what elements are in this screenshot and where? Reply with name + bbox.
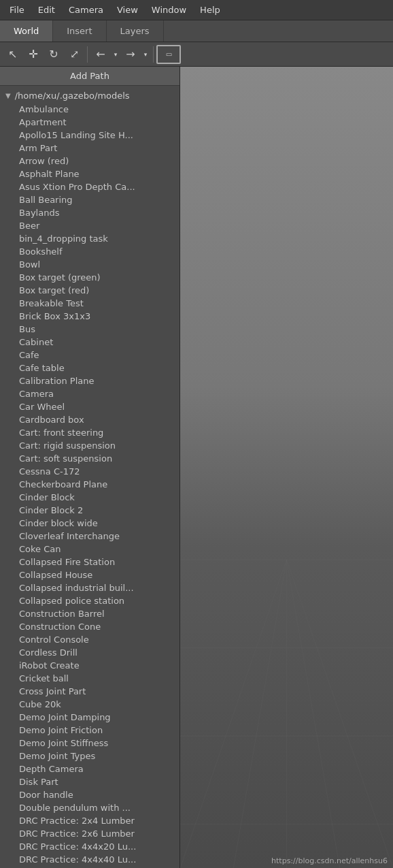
- list-item[interactable]: Breakable Test: [0, 297, 180, 310]
- menu-file[interactable]: File: [3, 2, 31, 18]
- list-item[interactable]: Apartment: [0, 116, 180, 129]
- list-item[interactable]: Brick Box 3x1x3: [0, 310, 180, 323]
- scale-button[interactable]: ⤢: [64, 45, 84, 64]
- svg-line-4: [180, 560, 287, 868]
- viewport[interactable]: https://blog.csdn.net/allenhsu6: [180, 67, 393, 868]
- list-item[interactable]: Collapsed industrial buil...: [0, 581, 180, 594]
- viewport-grid: [180, 428, 393, 868]
- tree-items-container: AmbulanceApartmentApollo15 Landing Site …: [0, 103, 180, 868]
- folder-arrow-icon: ▼: [5, 92, 11, 99]
- list-item[interactable]: Cafe table: [0, 361, 180, 374]
- list-item[interactable]: Double pendulum with ...: [0, 801, 180, 814]
- list-item[interactable]: Cessna C-172: [0, 465, 180, 478]
- list-item[interactable]: Cordless Drill: [0, 646, 180, 659]
- list-item[interactable]: bin_4_dropping task: [0, 232, 180, 245]
- list-item[interactable]: Control Console: [0, 633, 180, 646]
- cursor-button[interactable]: ↖: [3, 45, 23, 64]
- list-item[interactable]: Arm Part: [0, 142, 180, 155]
- list-item[interactable]: Collapsed House: [0, 568, 180, 581]
- main-layout: Add Path ▼ /home/xu/.gazebo/models Ambul…: [0, 67, 393, 868]
- list-item[interactable]: DRC Practice: 4x4x20 Lu...: [0, 840, 180, 853]
- list-item[interactable]: Cinder block wide: [0, 517, 180, 530]
- list-item[interactable]: Bus: [0, 323, 180, 336]
- list-item[interactable]: Collapsed police station: [0, 594, 180, 607]
- tab-world[interactable]: World: [0, 20, 53, 42]
- list-item[interactable]: Coke Can: [0, 543, 180, 556]
- tabbar: World Insert Layers: [0, 20, 393, 42]
- list-item[interactable]: Baylands: [0, 206, 180, 219]
- list-item[interactable]: Bowl: [0, 258, 180, 271]
- redo-dropdown[interactable]: ▾: [141, 45, 150, 64]
- list-item[interactable]: Cloverleaf Interchange: [0, 530, 180, 543]
- list-item[interactable]: Bookshelf: [0, 245, 180, 258]
- list-item[interactable]: DRC Practice: 2x6 Lumber: [0, 827, 180, 840]
- list-item[interactable]: Beer: [0, 219, 180, 232]
- list-item[interactable]: Car Wheel: [0, 400, 180, 413]
- menu-view[interactable]: View: [110, 2, 145, 18]
- tree-folder-root[interactable]: ▼ /home/xu/.gazebo/models: [0, 89, 180, 103]
- list-item[interactable]: Construction Barrel: [0, 607, 180, 620]
- translate-button[interactable]: ✛: [23, 45, 44, 64]
- list-item[interactable]: Cricket ball: [0, 672, 180, 685]
- status-bar: https://blog.csdn.net/allenhsu6: [271, 856, 388, 865]
- list-item[interactable]: Ball Bearing: [0, 193, 180, 206]
- list-item[interactable]: Cart: front steering: [0, 426, 180, 439]
- list-item[interactable]: Demo Joint Damping: [0, 711, 180, 724]
- tab-insert[interactable]: Insert: [53, 20, 106, 42]
- menubar: File Edit Camera View Window Help: [0, 0, 393, 20]
- menu-help[interactable]: Help: [193, 2, 227, 18]
- list-item[interactable]: Asphalt Plane: [0, 167, 180, 180]
- list-item[interactable]: Cinder Block 2: [0, 504, 180, 517]
- list-item[interactable]: Cart: soft suspension: [0, 452, 180, 465]
- toolbar-separator-1: [87, 46, 88, 63]
- fullscreen-button[interactable]: ▭: [156, 45, 181, 64]
- list-item[interactable]: DRC Practice: 4x4x40 Lu...: [0, 853, 180, 866]
- add-path-button[interactable]: Add Path: [0, 67, 180, 86]
- list-item[interactable]: Depth Camera: [0, 762, 180, 775]
- list-item[interactable]: Cross Joint Part: [0, 685, 180, 698]
- list-item[interactable]: Cabinet: [0, 336, 180, 349]
- list-item[interactable]: Demo Joint Types: [0, 750, 180, 762]
- list-item[interactable]: Cube 20k: [0, 698, 180, 711]
- model-tree[interactable]: ▼ /home/xu/.gazebo/models AmbulanceApart…: [0, 86, 180, 868]
- tab-layers[interactable]: Layers: [107, 20, 164, 42]
- redo-button[interactable]: →: [120, 45, 141, 64]
- list-item[interactable]: Box target (green): [0, 271, 180, 284]
- list-item[interactable]: DRC Practice: 2x4 Lumber: [0, 814, 180, 827]
- list-item[interactable]: Demo Joint Stiffness: [0, 737, 180, 750]
- list-item[interactable]: iRobot Create: [0, 659, 180, 672]
- list-item[interactable]: Checkerboard Plane: [0, 478, 180, 491]
- menu-window[interactable]: Window: [145, 2, 193, 18]
- list-item[interactable]: Camera: [0, 387, 180, 400]
- list-item[interactable]: Collapsed Fire Station: [0, 556, 180, 568]
- toolbar: ↖ ✛ ↻ ⤢ ← ▾ → ▾ ▭: [0, 42, 393, 67]
- list-item[interactable]: Demo Joint Friction: [0, 724, 180, 737]
- list-item[interactable]: Cart: rigid suspension: [0, 439, 180, 452]
- list-item[interactable]: Box target (red): [0, 284, 180, 297]
- list-item[interactable]: Ambulance: [0, 103, 180, 116]
- list-item[interactable]: Cafe: [0, 349, 180, 361]
- undo-button[interactable]: ←: [90, 45, 111, 64]
- list-item[interactable]: Disk Part: [0, 775, 180, 788]
- svg-line-6: [287, 560, 340, 868]
- list-item[interactable]: Calibration Plane: [0, 374, 180, 387]
- list-item[interactable]: Cardboard box: [0, 413, 180, 426]
- toolbar-separator-2: [153, 46, 154, 63]
- undo-dropdown[interactable]: ▾: [111, 45, 120, 64]
- folder-root-label: /home/xu/.gazebo/models: [15, 91, 130, 101]
- svg-line-7: [287, 560, 394, 868]
- list-item[interactable]: Construction Cone: [0, 620, 180, 633]
- list-item[interactable]: Cinder Block: [0, 491, 180, 504]
- menu-camera[interactable]: Camera: [62, 2, 110, 18]
- left-panel: Add Path ▼ /home/xu/.gazebo/models Ambul…: [0, 67, 180, 868]
- list-item[interactable]: Apollo15 Landing Site H...: [0, 129, 180, 142]
- tree-root: ▼ /home/xu/.gazebo/models AmbulanceApart…: [0, 86, 180, 868]
- menu-edit[interactable]: Edit: [31, 2, 62, 18]
- svg-line-5: [233, 560, 286, 868]
- rotate-button[interactable]: ↻: [44, 45, 64, 64]
- list-item[interactable]: Arrow (red): [0, 155, 180, 167]
- list-item[interactable]: Door handle: [0, 788, 180, 801]
- list-item[interactable]: Asus Xtion Pro Depth Ca...: [0, 180, 180, 193]
